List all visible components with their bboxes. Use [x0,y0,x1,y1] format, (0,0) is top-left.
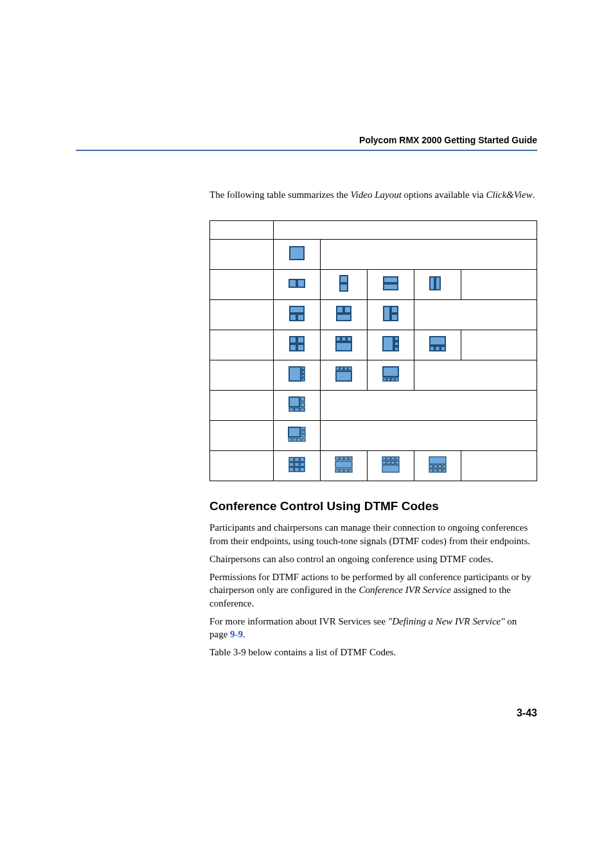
table-empty-cell [461,270,537,300]
svg-rect-95 [443,465,446,468]
svg-rect-59 [301,434,305,437]
layout-quad-icon [289,336,305,351]
layout-cell [274,360,321,391]
svg-rect-51 [301,397,305,402]
layout-cell [274,240,321,270]
svg-rect-25 [347,337,351,341]
svg-rect-6 [384,284,398,290]
layout-2top1bottom-icon [336,306,351,321]
svg-rect-4 [340,284,348,291]
svg-rect-23 [336,337,341,341]
svg-rect-30 [395,347,398,351]
header-divider [76,150,537,151]
intro-text-post: . [533,190,535,200]
svg-rect-48 [391,378,395,381]
table-row-label [210,330,274,360]
table-row [210,330,537,360]
svg-rect-14 [344,306,351,313]
layout-1plus7-icon [288,427,306,442]
layout-2h-icon [289,279,305,288]
svg-rect-77 [335,461,352,468]
svg-rect-78 [335,469,339,472]
text: . [243,629,245,639]
svg-rect-26 [336,342,351,351]
layout-1big3small-icon [382,336,399,351]
cross-ref-link[interactable]: 9-9 [230,629,243,639]
svg-rect-99 [443,469,446,472]
svg-rect-50 [289,397,299,407]
svg-rect-28 [395,337,398,341]
table-empty-cell [461,451,537,481]
layout-cell [321,300,368,330]
layout-1plus1-side-icon [429,276,446,290]
svg-rect-27 [383,337,393,351]
layout-1top4bottom-icon [382,366,399,382]
svg-rect-98 [438,469,442,472]
intro-paragraph: The following table summarizes the Video… [209,188,537,201]
svg-rect-18 [391,314,398,321]
table-header-left [210,221,274,240]
svg-rect-52 [301,403,305,407]
svg-rect-91 [429,457,446,464]
svg-rect-56 [289,427,300,437]
layout-1left2right-icon [383,306,398,321]
layout-1top2bottom-icon [289,306,305,321]
table-row [210,451,537,481]
table-row-label [210,451,274,481]
layout-4top1mid4bot-icon [335,456,353,473]
svg-rect-53 [289,408,294,411]
layout-1top2x4bot-icon [429,456,447,473]
video-layout-table [209,220,537,481]
layout-4top1big-icon [335,366,352,382]
text: For more information about IVR Services … [209,616,388,626]
svg-rect-68 [295,463,299,467]
table-row [210,391,537,421]
layout-cell [368,451,414,481]
svg-rect-83 [387,457,391,460]
svg-rect-45 [383,367,398,376]
svg-rect-20 [298,337,304,343]
table-row [210,270,537,300]
svg-rect-70 [289,468,294,472]
paragraph: Participants and chairpersons can manage… [209,521,537,547]
svg-rect-49 [395,378,398,381]
svg-rect-32 [430,346,434,351]
svg-rect-44 [336,371,351,381]
svg-rect-94 [438,465,442,468]
layout-cell [321,270,368,300]
intro-text-mid: options available via [402,190,486,200]
svg-rect-10 [290,306,304,313]
svg-rect-1 [289,279,296,287]
layout-cell [274,300,321,330]
layout-cell [368,300,414,330]
layout-cell [414,270,461,300]
layout-cell [321,451,368,481]
svg-rect-7 [430,277,434,290]
svg-rect-63 [302,438,305,441]
table-row [210,421,537,451]
table-row-label [210,360,274,391]
svg-rect-82 [382,457,386,460]
svg-rect-85 [396,457,399,460]
svg-rect-87 [387,461,391,465]
svg-rect-62 [298,438,301,441]
table-empty-cell [321,421,537,451]
table-row-label [210,421,274,451]
layout-1plus5-icon [289,396,305,412]
layout-1up-icon [289,246,305,260]
svg-rect-92 [429,465,433,468]
layout-cell [274,421,321,451]
svg-rect-11 [290,314,296,321]
table-row [210,240,537,270]
svg-rect-31 [430,337,445,345]
layout-cell [368,270,414,300]
layout-2v-icon [339,275,348,292]
layout-cell [321,360,368,391]
svg-rect-12 [298,314,304,321]
header-title: Polycom RMX 2000 Getting Started Guide [359,135,537,145]
svg-rect-42 [344,367,348,370]
table-row [210,300,537,330]
layout-cell [321,330,368,360]
svg-rect-57 [301,427,305,430]
table-empty-cell [321,391,537,421]
